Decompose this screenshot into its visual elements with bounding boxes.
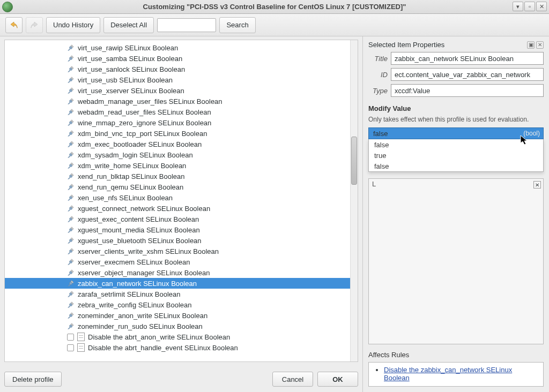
wrench-icon bbox=[67, 290, 75, 298]
close-button[interactable]: ✕ bbox=[536, 2, 547, 11]
scroll-thumb[interactable] bbox=[351, 137, 357, 185]
maximize-button[interactable]: ▫ bbox=[524, 2, 535, 11]
tree-item[interactable]: xdm_write_home SELinux Boolean bbox=[5, 160, 350, 171]
properties-header: Selected Item Properties ▣ ✕ bbox=[368, 41, 544, 49]
wrench-icon bbox=[67, 194, 75, 201]
wrench-icon bbox=[67, 183, 75, 191]
document-icon bbox=[77, 343, 85, 352]
tree-item-label: Disable the abrt_anon_write SELinux Bool… bbox=[88, 333, 230, 341]
tree-item-label: xguest_exec_content SELinux Boolean bbox=[78, 215, 199, 223]
undo-button[interactable] bbox=[5, 17, 23, 33]
wrench-icon bbox=[67, 162, 75, 169]
redo-button[interactable] bbox=[26, 17, 43, 33]
tree-item[interactable]: zarafa_setrlimit SELinux Boolean bbox=[5, 289, 350, 299]
tree-item[interactable]: xserver_object_manager SELinux Boolean bbox=[5, 267, 350, 278]
tree-item[interactable]: xserver_execmem SELinux Boolean bbox=[5, 257, 350, 267]
deselect-all-button[interactable]: Deselect All bbox=[103, 17, 154, 33]
dropdown-option[interactable]: false bbox=[369, 139, 543, 150]
cancel-button[interactable]: Cancel bbox=[272, 372, 313, 387]
delete-profile-button[interactable]: Delete profile bbox=[4, 372, 62, 387]
wrench-icon bbox=[67, 269, 75, 276]
panel-close-icon[interactable]: ✕ bbox=[536, 41, 544, 49]
window-controls: ▾ ▫ ✕ bbox=[513, 2, 547, 11]
tree-item-label: wine_mmap_zero_ignore SELinux Boolean bbox=[78, 119, 211, 127]
tree-item-label: zebra_write_config SELinux Boolean bbox=[78, 301, 191, 309]
tree-item[interactable]: webadm_read_user_files SELinux Boolean bbox=[5, 107, 350, 117]
value-dropdown[interactable]: false (bool) falsetruefalse bbox=[368, 127, 544, 172]
tree-item-label: zarafa_setrlimit SELinux Boolean bbox=[78, 290, 181, 298]
description-peek: L bbox=[372, 180, 376, 188]
tree-item[interactable]: virt_use_sanlock SELinux Boolean bbox=[5, 64, 350, 74]
type-field: xccdf:Value bbox=[391, 84, 544, 97]
tree-item[interactable]: Disable the abrt_handle_event SELinux Bo… bbox=[5, 342, 350, 353]
tree-item[interactable]: virt_use_xserver SELinux Boolean bbox=[5, 85, 350, 96]
wrench-icon bbox=[67, 151, 75, 159]
wrench-icon bbox=[67, 130, 75, 137]
detach-icon[interactable]: ▣ bbox=[527, 41, 535, 49]
app-menu-icon[interactable] bbox=[2, 2, 13, 12]
wrench-icon bbox=[67, 65, 75, 73]
tree-item[interactable]: zoneminder_run_sudo SELinux Boolean bbox=[5, 321, 350, 331]
wrench-icon bbox=[67, 205, 75, 212]
wrench-icon bbox=[67, 237, 75, 244]
ok-button[interactable]: OK bbox=[317, 372, 358, 387]
title-label: Title bbox=[368, 55, 388, 63]
wrench-icon bbox=[67, 140, 75, 148]
id-field[interactable]: ect.content_value_var_zabbix_can_network bbox=[391, 68, 544, 81]
tree-list[interactable]: virt_use_rawip SELinux Booleanvirt_use_s… bbox=[5, 40, 350, 361]
undo-history-button[interactable]: Undo History bbox=[46, 17, 100, 33]
tree-item[interactable]: xguest_mount_media SELinux Boolean bbox=[5, 224, 350, 235]
tree-item[interactable]: xguest_use_bluetooth SELinux Boolean bbox=[5, 235, 350, 246]
tree-item[interactable]: xguest_connect_network SELinux Boolean bbox=[5, 203, 350, 214]
affects-rule-link[interactable]: Disable the zabbix_can_network SELinux B… bbox=[384, 366, 512, 382]
wrench-icon bbox=[67, 76, 75, 84]
search-input[interactable] bbox=[157, 18, 216, 32]
content-area: virt_use_rawip SELinux Booleanvirt_use_s… bbox=[0, 36, 549, 392]
tree-item[interactable]: xdm_sysadm_login SELinux Boolean bbox=[5, 149, 350, 160]
tree-item-label: xdm_exec_bootloader SELinux Boolean bbox=[78, 140, 202, 148]
tree-item[interactable]: wine_mmap_zero_ignore SELinux Boolean bbox=[5, 117, 350, 128]
dropdown-list[interactable]: falsetruefalse bbox=[368, 139, 544, 172]
tree-item-label: virt_use_sanlock SELinux Boolean bbox=[78, 65, 185, 73]
scrollbar[interactable] bbox=[350, 40, 358, 361]
titlebar: Customizing "PCI-DSS v3 Control Baseline… bbox=[0, 0, 549, 14]
tree-item[interactable]: virt_use_usb SELinux Boolean bbox=[5, 74, 350, 85]
dropdown-selected[interactable]: false (bool) bbox=[368, 127, 544, 139]
tree-item[interactable]: virt_use_samba SELinux Boolean bbox=[5, 53, 350, 64]
tree-item[interactable]: virt_use_rawip SELinux Boolean bbox=[5, 42, 350, 53]
wrench-icon bbox=[67, 87, 75, 94]
tree-item[interactable]: xserver_clients_write_xshm SELinux Boole… bbox=[5, 246, 350, 257]
wrench-icon bbox=[67, 247, 75, 255]
title-field[interactable]: zabbix_can_network SELinux Boolean bbox=[391, 52, 544, 65]
tree-item[interactable]: xguest_exec_content SELinux Boolean bbox=[5, 214, 350, 224]
tree-item-label: zabbix_can_network SELinux Boolean bbox=[78, 280, 197, 288]
tree-item[interactable]: xen_use_nfs SELinux Boolean bbox=[5, 192, 350, 203]
tree-item[interactable]: xdm_bind_vnc_tcp_port SELinux Boolean bbox=[5, 128, 350, 139]
search-button[interactable]: Search bbox=[219, 17, 256, 33]
dropdown-option[interactable]: true bbox=[369, 150, 543, 161]
description-box: L ✕ bbox=[368, 178, 544, 344]
tree-item[interactable]: zebra_write_config SELinux Boolean bbox=[5, 299, 350, 310]
tree-item-label: Disable the abrt_handle_event SELinux Bo… bbox=[88, 344, 238, 352]
description-close-icon[interactable]: ✕ bbox=[533, 181, 541, 189]
tree-item-label: xdm_bind_vnc_tcp_port SELinux Boolean bbox=[78, 130, 207, 138]
tree-item-label: xserver_clients_write_xshm SELinux Boole… bbox=[78, 247, 219, 255]
tree-item[interactable]: xend_run_qemu SELinux Boolean bbox=[5, 182, 350, 192]
rule-checkbox[interactable] bbox=[67, 344, 74, 351]
dropdown-option[interactable]: false bbox=[369, 161, 543, 171]
tree-item[interactable]: xdm_exec_bootloader SELinux Boolean bbox=[5, 139, 350, 149]
wrench-icon bbox=[67, 97, 75, 105]
dialog-buttons: Delete profile Cancel OK bbox=[4, 372, 358, 387]
minimize-button[interactable]: ▾ bbox=[513, 2, 523, 11]
rule-checkbox[interactable] bbox=[67, 334, 74, 341]
tree-item[interactable]: zoneminder_anon_write SELinux Boolean bbox=[5, 310, 350, 321]
affects-rules-box: Disable the zabbix_can_network SELinux B… bbox=[368, 362, 544, 387]
tree-item[interactable]: xend_run_blktap SELinux Boolean bbox=[5, 171, 350, 182]
wrench-icon bbox=[67, 280, 75, 287]
tree-item[interactable]: zabbix_can_network SELinux Boolean bbox=[5, 278, 350, 289]
tree-item-label: zoneminder_anon_write SELinux Boolean bbox=[78, 312, 207, 320]
tree-item[interactable]: Disable the abrt_anon_write SELinux Bool… bbox=[5, 331, 350, 342]
tree-item[interactable]: webadm_manage_user_files SELinux Boolean bbox=[5, 96, 350, 107]
tree-item-label: xdm_write_home SELinux Boolean bbox=[78, 162, 186, 170]
wrench-icon bbox=[67, 301, 75, 308]
